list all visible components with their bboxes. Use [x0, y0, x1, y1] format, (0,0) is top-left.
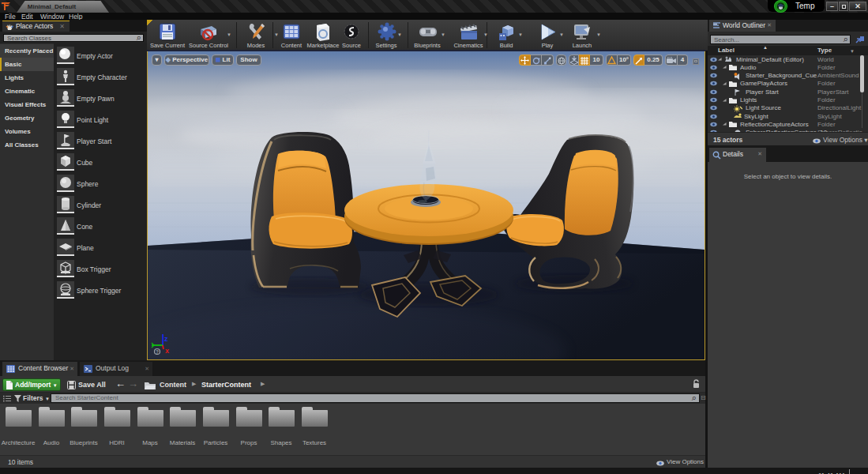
svg-text:z: z: [164, 335, 168, 343]
svg-text:x: x: [165, 347, 169, 355]
svg-text:?: ?: [156, 349, 159, 355]
